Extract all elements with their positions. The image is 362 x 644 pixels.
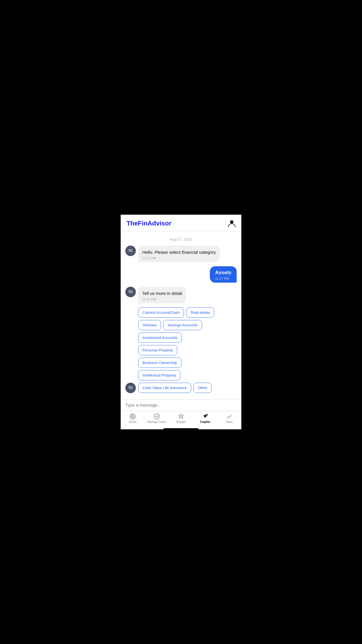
bot-bubble-2: Tell us more in detail 11:27 PM	[138, 287, 186, 303]
svg-point-3	[132, 416, 133, 417]
options-row-7: Cash Value Life Insurance Other	[138, 383, 212, 393]
bot-time-2: 11:27 PM	[142, 298, 182, 301]
option-savings-accounts[interactable]: Savings Accounts	[163, 320, 202, 330]
bot-avatar-3: TC	[125, 383, 136, 393]
options-section: Current Account/Cash Real estate Vehicle…	[138, 307, 237, 380]
option-personal-property[interactable]: Personal Property	[138, 345, 177, 355]
phone-container: TheFinAdvisor Aug 27, 2024 TC Hello. Ple…	[121, 215, 241, 429]
goals-icon	[129, 413, 136, 420]
option-business-ownership[interactable]: Business Ownership	[138, 358, 182, 368]
options-section-last: Cash Value Life Insurance Other	[138, 383, 212, 395]
svg-point-4	[154, 414, 159, 419]
nav-copilot[interactable]: Copilot	[193, 413, 217, 424]
home-indicator	[164, 428, 198, 429]
chat-area: Aug 27, 2024 TC Hello. Please select fin…	[121, 231, 241, 399]
tc-options-row: TC Cash Value Life Insurance Other	[125, 383, 237, 398]
option-current-account[interactable]: Current Account/Cash	[138, 307, 184, 318]
manage-tasks-label: Manage Tasks	[147, 420, 166, 424]
bot-bubble-1: Hello. Please select financial category …	[138, 246, 220, 262]
input-bar	[121, 399, 241, 411]
options-row-4: Personal Property	[138, 345, 237, 355]
message-input[interactable]	[125, 402, 237, 407]
stats-label: Stats	[226, 420, 233, 424]
user-text-1: Assets	[215, 270, 231, 276]
copilot-icon	[202, 413, 208, 420]
header: TheFinAdvisor	[121, 215, 241, 231]
option-real-estate[interactable]: Real estate	[186, 307, 214, 318]
user-message-1: Assets 11:27 PM	[125, 266, 237, 283]
user-time-1: 11:27 PM	[215, 277, 231, 280]
bot-avatar-1: TC	[125, 246, 136, 256]
options-row-1: Current Account/Cash Real estate	[138, 307, 237, 318]
nav-budget[interactable]: $ Budget	[169, 413, 193, 424]
options-row-5: Business Ownership	[138, 358, 237, 368]
bottom-nav: Goals Manage Tasks $ Budget	[121, 411, 241, 426]
budget-icon: $	[178, 413, 184, 420]
svg-point-0	[230, 220, 233, 224]
option-other[interactable]: Other	[194, 383, 212, 393]
app-title: TheFinAdvisor	[126, 220, 171, 227]
option-investment-accounts[interactable]: Investment Accounts	[138, 332, 182, 343]
budget-label: Budget	[176, 420, 186, 424]
stats-icon	[226, 413, 233, 420]
option-vehicles[interactable]: Vehicles	[138, 320, 161, 330]
options-row-6: Intellectual Property	[138, 370, 237, 380]
user-bubble-1: Assets 11:27 PM	[210, 266, 237, 283]
profile-icon[interactable]	[228, 219, 236, 228]
svg-text:$: $	[180, 415, 182, 418]
options-row-3: Investment Accounts	[138, 332, 237, 343]
tasks-icon	[154, 413, 160, 420]
bot-message-1: TC Hello. Please select financial catego…	[125, 246, 237, 262]
date-divider: Aug 27, 2024	[125, 237, 237, 242]
bot-text-1: Hello. Please select financial category	[142, 249, 216, 255]
bot-time-1: 11:27 PM	[142, 256, 216, 260]
options-row-2: Vehicles Savings Accounts	[138, 320, 237, 330]
option-intellectual-property[interactable]: Intellectual Property	[138, 370, 180, 380]
nav-goals[interactable]: Goals	[121, 413, 145, 424]
copilot-label: Copilot	[200, 420, 210, 424]
bot-text-2: Tell us more in detail	[142, 290, 182, 296]
nav-stats[interactable]: Stats	[217, 413, 241, 424]
bot-message-2: TC Tell us more in detail 11:27 PM	[125, 287, 237, 303]
nav-manage-tasks[interactable]: Manage Tasks	[145, 413, 169, 424]
goals-label: Goals	[129, 420, 136, 424]
svg-point-6	[206, 414, 208, 416]
bot-avatar-2: TC	[125, 287, 136, 297]
option-cash-value-life-insurance[interactable]: Cash Value Life Insurance	[138, 383, 191, 393]
